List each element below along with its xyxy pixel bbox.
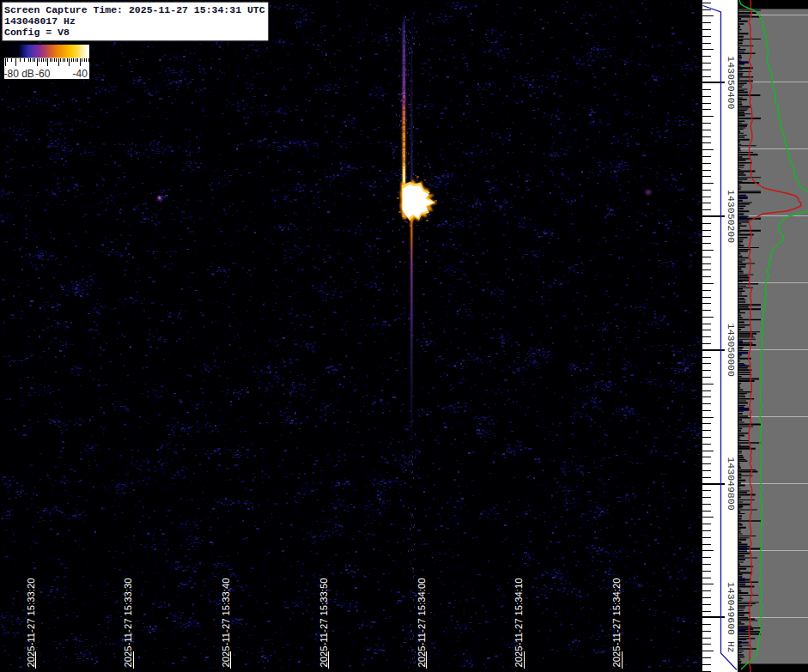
svg-text:2025-11-27 15:33:20: 2025-11-27 15:33:20: [26, 578, 36, 667]
svg-text:2025-11-27 15:33:50: 2025-11-27 15:33:50: [319, 578, 329, 667]
svg-text:143050200: 143050200: [726, 190, 737, 243]
svg-text:2025-11-27 15:33:40: 2025-11-27 15:33:40: [221, 578, 231, 667]
svg-text:2025-11-27 15:34:10: 2025-11-27 15:34:10: [513, 578, 524, 667]
svg-text:143048017 Hz: 143048017 Hz: [4, 15, 76, 27]
svg-text:-60: -60: [35, 68, 51, 80]
svg-text:143049600 Hz: 143049600 Hz: [726, 582, 737, 653]
svg-text:-80 dB: -80 dB: [4, 68, 34, 80]
svg-text:2025-11-27 15:33:30: 2025-11-27 15:33:30: [123, 578, 133, 667]
svg-text:2025-11-27 15:34:00: 2025-11-27 15:34:00: [416, 578, 427, 667]
svg-text:2025-11-27 15:34:20: 2025-11-27 15:34:20: [611, 578, 622, 667]
svg-text:Screen Capture Time: 2025-11-2: Screen Capture Time: 2025-11-27 15:34:31…: [4, 4, 265, 15]
svg-text:143049800: 143049800: [726, 457, 737, 510]
svg-text:Config = V8: Config = V8: [4, 27, 70, 38]
svg-text:143050000: 143050000: [726, 324, 737, 377]
svg-text:-40: -40: [73, 68, 88, 80]
svg-text:143050400: 143050400: [726, 56, 737, 109]
